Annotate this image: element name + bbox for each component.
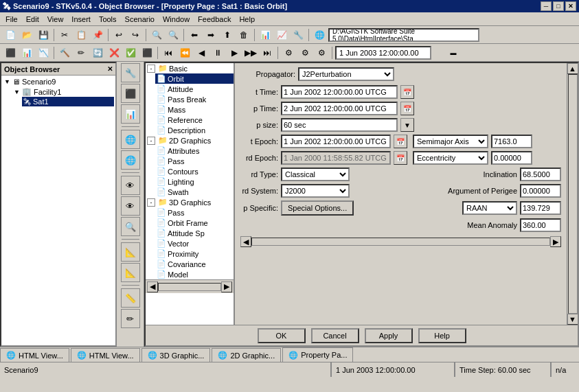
- lt-1[interactable]: 🔧: [121, 63, 140, 82]
- lt-2[interactable]: ⬛: [121, 84, 140, 103]
- tb2-b[interactable]: ⚙: [297, 45, 313, 60]
- tree-3d-attitudesp[interactable]: 📄 Attitude Sp: [155, 228, 234, 238]
- menu-file[interactable]: File: [1, 14, 22, 25]
- vscroll-down[interactable]: ▼: [567, 314, 578, 325]
- paste-btn[interactable]: 📌: [90, 27, 105, 43]
- help-button[interactable]: Help: [418, 328, 466, 343]
- coordsys-select[interactable]: J2000 TEME: [281, 184, 350, 198]
- form-scroll-left[interactable]: ◀: [240, 236, 251, 247]
- tree-2d-pass[interactable]: 📄 Pass: [155, 156, 234, 166]
- lt-6[interactable]: 👁: [121, 176, 140, 195]
- cut-btn[interactable]: ✂: [57, 27, 72, 43]
- epoch-input[interactable]: [281, 135, 391, 148]
- save-btn[interactable]: 💾: [36, 27, 51, 43]
- cancel-button[interactable]: Cancel: [311, 328, 359, 343]
- start-time-input[interactable]: [281, 85, 398, 99]
- lt-12[interactable]: ✏: [121, 309, 140, 328]
- tree-3d-vector[interactable]: 📄 Vector: [155, 238, 234, 249]
- tree-3d-pass[interactable]: 📄 Pass: [155, 207, 234, 218]
- tree-2d-attributes[interactable]: 📄 Attributes: [155, 146, 234, 156]
- special-options-button[interactable]: Special Options...: [281, 200, 354, 216]
- stdepoch-input[interactable]: [281, 151, 391, 165]
- tb2-5[interactable]: ✏: [73, 45, 89, 60]
- copy-btn[interactable]: 📋: [73, 27, 89, 43]
- undo-btn[interactable]: ↩: [111, 27, 126, 43]
- semimajor-select[interactable]: Semimajor Axis: [413, 135, 488, 148]
- form-vscroll[interactable]: ▲ ▼: [567, 63, 578, 325]
- tb2-c[interactable]: ⚙: [314, 45, 329, 60]
- tab-property-page[interactable]: 🌐 Property Pa...: [282, 347, 353, 362]
- tb5[interactable]: ⬅: [187, 27, 202, 43]
- tb2-a[interactable]: ⚙: [281, 45, 296, 60]
- tree-3d-model[interactable]: 📄 Model: [155, 269, 234, 279]
- raan-select[interactable]: RAAN: [462, 201, 517, 215]
- tb11[interactable]: 🔧: [291, 27, 306, 43]
- redo-btn[interactable]: ↪: [128, 27, 143, 43]
- tb2-1[interactable]: ⬛: [3, 45, 18, 60]
- eccentricity-select[interactable]: Eccentricity: [413, 151, 488, 165]
- tb2-step-back[interactable]: ⏪: [177, 45, 192, 60]
- menu-window[interactable]: Window: [159, 14, 194, 25]
- lt-3[interactable]: 📊: [121, 104, 140, 124]
- tb8[interactable]: 🗑: [236, 27, 251, 43]
- basic-expander[interactable]: -: [147, 65, 155, 73]
- lt-5[interactable]: 🌐: [121, 150, 140, 170]
- tb2-prev[interactable]: ◀: [194, 45, 209, 60]
- menu-edit[interactable]: Edit: [22, 14, 43, 25]
- menu-insert[interactable]: Insert: [67, 14, 95, 25]
- tab-3d-graphics[interactable]: 🌐 3D Graphic...: [141, 348, 211, 362]
- tb2-step-end[interactable]: ⏭: [260, 45, 275, 60]
- datetime-scroll[interactable]: ▬: [433, 45, 474, 60]
- tree-2d-lighting[interactable]: 📄 Lighting: [155, 176, 234, 187]
- vscroll-up[interactable]: ▲: [567, 63, 578, 74]
- tb6[interactable]: ➡: [203, 27, 218, 43]
- stdepoch-calendar[interactable]: 📅: [394, 151, 407, 165]
- step-size-input[interactable]: [281, 118, 398, 132]
- menu-scenario[interactable]: Scenario: [121, 14, 159, 25]
- epoch-calendar[interactable]: 📅: [394, 135, 407, 148]
- tb3[interactable]: 🔍: [149, 27, 164, 43]
- hscroll-track[interactable]: [158, 283, 221, 291]
- form-scroll-track[interactable]: [251, 238, 550, 246]
- new-btn[interactable]: 📄: [3, 27, 18, 43]
- ok-button[interactable]: OK: [258, 328, 306, 343]
- tb2-step-start[interactable]: ⏮: [161, 45, 176, 60]
- lt-7[interactable]: 👁: [121, 196, 140, 216]
- menu-tools[interactable]: Tools: [95, 14, 121, 25]
- minimize-button[interactable]: ─: [541, 1, 552, 11]
- raan-input[interactable]: [520, 201, 561, 215]
- tb2-next[interactable]: ▶▶: [243, 45, 258, 60]
- tab-2d-graphics[interactable]: 🌐 2D Graphic...: [212, 348, 281, 362]
- tree-3d-orbitframe[interactable]: 📄 Orbit Frame: [155, 218, 234, 228]
- maximize-button[interactable]: □: [553, 1, 564, 11]
- tree-hscroll[interactable]: ◀ ▶: [146, 279, 234, 293]
- tree-3d-proximity[interactable]: 📄 Proximity: [155, 249, 234, 259]
- tree-attitude[interactable]: 📄 Attitude: [155, 84, 234, 94]
- tb2-2[interactable]: 📊: [19, 45, 34, 60]
- tb2-9[interactable]: ⬛: [139, 45, 155, 60]
- tree-2d-contours[interactable]: 📄 Contours: [155, 166, 234, 176]
- argperigee-input[interactable]: [520, 184, 561, 198]
- meananomaly-input[interactable]: [520, 218, 561, 232]
- close-button[interactable]: ✕: [565, 1, 576, 11]
- tree-2d-swath[interactable]: 📄 Swath: [155, 187, 234, 197]
- tree-satellite[interactable]: 🛰 Sat1: [22, 97, 114, 106]
- tb2-4[interactable]: 🔨: [57, 45, 72, 60]
- tb2-play[interactable]: ▶: [227, 45, 242, 60]
- tb-path-icon[interactable]: 🌐: [312, 27, 327, 43]
- tb4[interactable]: 🔍: [166, 27, 181, 43]
- tree-basic-expand[interactable]: - 📁 Basic: [146, 63, 234, 73]
- stop-time-input[interactable]: [281, 102, 398, 115]
- eccentricity-input[interactable]: [491, 151, 532, 165]
- tb9[interactable]: 📊: [258, 27, 273, 43]
- tree-3d-covariance[interactable]: 📄 Covariance: [155, 259, 234, 269]
- tree-3dgraphics-expand[interactable]: - 📁 3D Graphics: [146, 197, 234, 207]
- object-browser-close[interactable]: ✕: [107, 65, 113, 73]
- tb2-pause[interactable]: ⏸: [210, 45, 225, 60]
- inclination-input[interactable]: [520, 168, 561, 181]
- semimajor-input[interactable]: [491, 135, 532, 148]
- apply-button[interactable]: Apply: [365, 328, 413, 343]
- tb7[interactable]: ⬆: [220, 27, 235, 43]
- tb2-8[interactable]: ✅: [123, 45, 138, 60]
- open-btn[interactable]: 📂: [19, 27, 34, 43]
